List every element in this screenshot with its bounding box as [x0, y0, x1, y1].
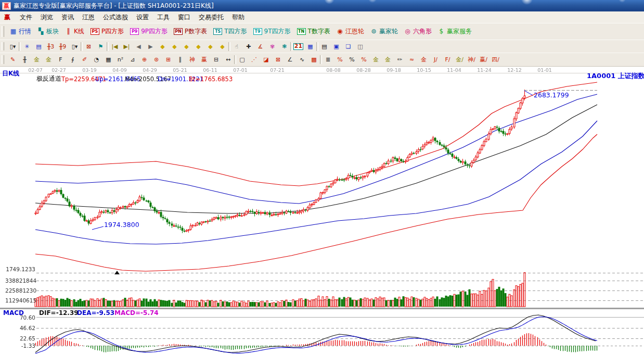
draw-tool-angle-ying[interactable]: 赢∕	[478, 55, 490, 65]
toolbar-button-sectors[interactable]: ▚ 板块	[34, 27, 62, 36]
nav-tool-clipboard[interactable]: ▤	[33, 42, 45, 52]
menu-item[interactable]: 资讯	[57, 12, 78, 22]
draw-tool-gold-circle[interactable]: 金	[370, 55, 382, 65]
nav-tool-print-user[interactable]: ◫	[354, 42, 366, 52]
draw-tool-mirror-angle[interactable]: ⊿	[126, 55, 138, 65]
nav-tool-nine-bars[interactable]: ╫9	[57, 42, 69, 52]
nav-tool-next-bar[interactable]: ▶	[145, 42, 157, 52]
toolbar-button-kline[interactable]: ‖ K线	[62, 27, 87, 36]
draw-tool-box-cross[interactable]: ⊠	[272, 55, 284, 65]
menu-item[interactable]: 江恩	[78, 12, 99, 22]
nav-tool-web-sphere[interactable]: ❃	[278, 42, 290, 52]
nav-tool-gann-shape[interactable]: ✾	[266, 42, 278, 52]
nav-tool-compress-horizontal[interactable]: ◆	[181, 42, 192, 52]
draw-tool-n-square[interactable]: n²	[114, 55, 126, 65]
menu-item[interactable]: 帮助	[228, 12, 249, 22]
nav-tool-expand-horizontal[interactable]: ◆	[192, 42, 204, 52]
draw-tool-gold-underline[interactable]: 金	[418, 55, 430, 65]
volume-scale-label: 112940615	[5, 297, 35, 304]
menu-item[interactable]: 浏览	[36, 12, 57, 22]
draw-tool-gold-section-grid[interactable]: 金	[31, 55, 43, 65]
toolbar-button-t-digit-table[interactable]: TN T数字表	[294, 27, 333, 36]
toolbar-button-hexagon[interactable]: ◎ 六角形	[401, 27, 435, 36]
menu-logo-icon[interactable]: 赢	[4, 13, 10, 22]
draw-tool-angle-w[interactable]: 四∕	[490, 55, 501, 65]
period-label[interactable]: 日K线	[2, 70, 19, 77]
toolbar-button-gann-wheel[interactable]: ◉ 江恩轮	[333, 27, 367, 36]
nav-tool-candle-dropdown[interactable]: ▯▾	[69, 42, 81, 52]
draw-tool-red-grid[interactable]: ▩	[308, 55, 320, 65]
draw-tool-grid-box[interactable]: ⊞	[162, 55, 174, 65]
draw-tool-split-lines[interactable]: ∥	[174, 55, 186, 65]
draw-tool-numbered-grid[interactable]: ⊟	[210, 55, 222, 65]
toolbar-button-winner-service[interactable]: $ 赢家服务	[435, 27, 475, 36]
nav-tool-three-bars[interactable]: ╫3	[45, 42, 57, 52]
draw-tool-shen-grid[interactable]: 神	[186, 55, 198, 65]
nav-tool-compress-all[interactable]: ◆	[204, 42, 216, 52]
draw-tool-ying-grid[interactable]: 赢	[198, 55, 210, 65]
menu-item[interactable]: 交易委托	[195, 12, 228, 22]
draw-tool-wave-channel[interactable]: ≈	[406, 55, 418, 65]
nav-tool-crosshair[interactable]: ✚	[242, 42, 254, 52]
price-annotation: 1974.3800	[104, 222, 139, 228]
draw-tool-angle-shen[interactable]: 神∕	[466, 55, 478, 65]
nav-tool-period-dropdown[interactable]: ▯▾	[7, 42, 19, 52]
toolbar-button-winner-wheel[interactable]: ⊚ 赢家轮	[367, 27, 401, 36]
draw-tool-percent[interactable]: %	[346, 55, 358, 65]
draw-tool-width-measure[interactable]: ↔	[222, 55, 234, 65]
toolbar-button-p-square[interactable]: PS P四方形	[87, 27, 127, 36]
draw-tool-percent-line[interactable]: %	[358, 55, 370, 65]
nav-tool-gann-web[interactable]: ✳	[21, 42, 33, 52]
draw-tool-fan-lines[interactable]: ⋰	[248, 55, 260, 65]
nav-tool-icon: ❏	[345, 43, 352, 50]
menu-item[interactable]: 窗口	[174, 12, 195, 22]
nav-tool-save[interactable]: ▣	[330, 42, 342, 52]
draw-tool-measure-bars[interactable]: ≣	[322, 55, 334, 65]
draw-tool-spiral[interactable]: ∮	[67, 55, 79, 65]
nav-tool-shift-right[interactable]: ◆	[169, 42, 181, 52]
draw-tool-gann-clock[interactable]: ◔	[91, 55, 102, 65]
menu-item[interactable]: 公式选股	[99, 12, 132, 22]
draw-tool-dense-grid[interactable]: ▦	[102, 55, 114, 65]
nav-tool-icon: ◆	[207, 43, 214, 50]
nav-tool-flag[interactable]: ⚑	[95, 42, 107, 52]
nav-tool-notepad[interactable]: ▤	[318, 42, 330, 52]
nav-tool-expand-all[interactable]: ◆	[216, 42, 228, 52]
nav-tool-calendar[interactable]: 21	[292, 42, 304, 52]
toolbar-button-p-digit-table[interactable]: PN P数字表	[171, 27, 210, 36]
toolbar-button-t-square[interactable]: TS T四方形	[210, 27, 250, 36]
draw-tool-draw-pencil[interactable]: ✎	[7, 55, 19, 65]
draw-tool-fibonacci-lines[interactable]: F	[55, 55, 67, 65]
draw-tool-wave-tool[interactable]: ∿	[296, 55, 308, 65]
draw-tool-box-diagonal[interactable]: ◪	[260, 55, 272, 65]
draw-tool-gann-grid[interactable]: ╫	[19, 55, 31, 65]
draw-tool-angle-gold[interactable]: 金∕	[454, 55, 466, 65]
toolbar-button-9t-square[interactable]: T9 9T四方形	[250, 27, 294, 36]
nav-tool-hand-tool[interactable]: ☝	[230, 42, 242, 52]
draw-tool-brush-candle[interactable]: ✏	[394, 55, 406, 65]
draw-tool-angle-j[interactable]: J∕	[430, 55, 442, 65]
nav-tool-first-bar[interactable]: |◀	[109, 42, 121, 52]
nav-tool-shift-left[interactable]: ◆	[157, 42, 169, 52]
menu-item[interactable]: 工具	[153, 12, 174, 22]
nav-tool-window-copy[interactable]: ❏	[342, 42, 354, 52]
toolbar-button-quotes[interactable]: ▦ 行情	[7, 27, 34, 36]
toolbar-button-9p-square[interactable]: P9 9P四方形	[127, 27, 171, 36]
nav-tool-formula-box[interactable]: ⊠	[83, 42, 95, 52]
draw-tool-gold-ratio-grid[interactable]: 金	[43, 55, 55, 65]
draw-tool-gold-line[interactable]: 金	[382, 55, 394, 65]
nav-tool-angle-measure[interactable]: ∡	[254, 42, 266, 52]
draw-tool-selection-box[interactable]: ▢	[236, 55, 248, 65]
draw-tool-target-crosshair[interactable]: ⊕	[138, 55, 150, 65]
draw-tool-angle-f[interactable]: F∕	[442, 55, 454, 65]
draw-tool-percent-retrace[interactable]: %	[334, 55, 346, 65]
draw-tool-icon: ⊕	[141, 56, 148, 63]
nav-tool-calculator[interactable]: ▦	[304, 42, 316, 52]
menu-item[interactable]: 文件	[16, 12, 36, 22]
draw-tool-compass[interactable]: ✐	[79, 55, 91, 65]
nav-tool-last-bar[interactable]: ▶|	[121, 42, 133, 52]
draw-tool-web-target[interactable]: ⊛	[150, 55, 162, 65]
draw-tool-angle-fan[interactable]: ∠	[284, 55, 296, 65]
menu-item[interactable]: 设置	[132, 12, 153, 22]
nav-tool-prev-bar[interactable]: ◀	[133, 42, 145, 52]
